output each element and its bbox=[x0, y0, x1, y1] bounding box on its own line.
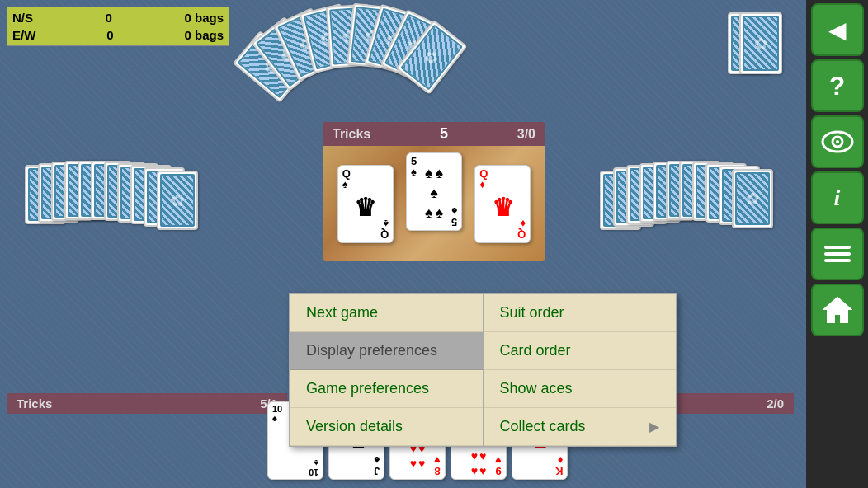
center-table: Tricks 5 3/0 Q♠ ♛ Q♠ 5♠ ♠ ♠ ♠ ♠ ♠ 5♠ Q♦ … bbox=[323, 122, 545, 261]
menu-columns: Next game Display preferences Game prefe… bbox=[290, 294, 676, 446]
center-card-5-indicator: 5 bbox=[440, 125, 448, 143]
menu-left-col: Next game Display preferences Game prefe… bbox=[290, 294, 483, 446]
menu-show-aces[interactable]: Show aces bbox=[484, 370, 677, 408]
center-tricks-label: Tricks bbox=[333, 127, 370, 142]
rank-bottom: J♠ bbox=[374, 455, 380, 476]
card-rank-top: 5♠ bbox=[411, 156, 417, 177]
rank-bottom: 8♥ bbox=[434, 455, 441, 476]
menu-game-preferences[interactable]: Game preferences bbox=[290, 370, 483, 408]
menu-suit-order[interactable]: Suit order bbox=[484, 294, 677, 332]
card-rank-bottom: Q♦ bbox=[517, 218, 526, 240]
back-button[interactable]: ◀ bbox=[811, 3, 864, 56]
north-cards: ✿ ✿ ✿ ✿ ✿ ✿ ✿ ✿ ✿ bbox=[272, 4, 437, 91]
rank-bottom: 10♠ bbox=[309, 458, 318, 476]
card-rank-bottom: 5♠ bbox=[451, 206, 457, 228]
east-top-cards: ✿ ✿ bbox=[728, 12, 794, 87]
ns-bags: 0 bags bbox=[184, 9, 224, 26]
submenu-arrow-icon: ▶ bbox=[649, 419, 659, 434]
context-menu: Next game Display preferences Game prefe… bbox=[289, 293, 677, 447]
menu-next-game[interactable]: Next game bbox=[290, 294, 483, 332]
menu-button[interactable] bbox=[811, 228, 864, 280]
svg-point-2 bbox=[836, 140, 839, 143]
info-button[interactable]: i bbox=[811, 171, 864, 224]
card-five-spades[interactable]: 5♠ ♠ ♠ ♠ ♠ ♠ 5♠ bbox=[406, 152, 462, 231]
menu-version-details[interactable]: Version details bbox=[290, 408, 483, 446]
rank-top: 10♠ bbox=[272, 405, 282, 423]
east-card-stack-2: ✿ bbox=[739, 12, 782, 74]
rank-bottom: K♦ bbox=[555, 455, 563, 476]
card-rank-top: Q♦ bbox=[479, 168, 488, 190]
ew-score-row: E/W 0 0 bags bbox=[12, 26, 224, 44]
wooden-table: Q♠ ♛ Q♠ 5♠ ♠ ♠ ♠ ♠ ♠ 5♠ Q♦ ♛ Q♦ bbox=[323, 146, 545, 261]
east-cards: ✿ ✿ ✿ ✿ ✿ ✿ ✿ ✿ ✿ ✿ ✿ bbox=[600, 161, 790, 231]
menu-collect-cards[interactable]: Collect cards ▶ bbox=[484, 408, 677, 446]
card-rank-bottom: Q♠ bbox=[380, 218, 389, 240]
card-queen-diamonds[interactable]: Q♦ ♛ Q♦ bbox=[474, 165, 531, 243]
card-queen-spades[interactable]: Q♠ ♛ Q♠ bbox=[337, 165, 394, 243]
svg-rect-3 bbox=[824, 246, 851, 249]
menu-card-order[interactable]: Card order bbox=[484, 332, 677, 370]
view-button[interactable] bbox=[811, 115, 864, 168]
rank-bottom: 9♥ bbox=[495, 455, 502, 476]
card-face: ♛ bbox=[354, 193, 376, 222]
ew-score: 0 bbox=[106, 26, 113, 44]
west-cards: ✿ ✿ ✿ ✿ ✿ ✿ ✿ ✿ ✿ ✿ ✿ bbox=[25, 161, 215, 231]
card-face: ♛ bbox=[492, 193, 514, 222]
svg-rect-5 bbox=[824, 259, 851, 262]
svg-marker-6 bbox=[824, 298, 851, 322]
center-tricks-value: 3/0 bbox=[517, 127, 535, 142]
help-button[interactable]: ? bbox=[811, 59, 864, 112]
menu-display-preferences[interactable]: Display preferences bbox=[290, 332, 483, 370]
card-rank-top: Q♠ bbox=[342, 168, 351, 190]
ns-score: 0 bbox=[106, 9, 112, 26]
west-card-11: ✿ bbox=[157, 171, 198, 230]
sidebar: ◀ ? i bbox=[806, 0, 868, 488]
card-pips: ♠ ♠ ♠ ♠ ♠ bbox=[418, 155, 450, 228]
menu-right-col: Suit order Card order Show aces Collect … bbox=[484, 294, 677, 446]
ew-label: E/W bbox=[12, 26, 35, 44]
ew-bags: 0 bags bbox=[184, 26, 224, 44]
svg-rect-4 bbox=[824, 252, 851, 256]
ns-label: N/S bbox=[12, 9, 33, 26]
ns-score-row: N/S 0 0 bags bbox=[12, 9, 224, 26]
center-tricks-bar: Tricks 5 3/0 bbox=[323, 122, 545, 146]
score-panel: N/S 0 0 bags E/W 0 0 bags bbox=[7, 7, 229, 46]
east-card-11: ✿ bbox=[732, 169, 773, 228]
home-button[interactable] bbox=[811, 284, 864, 336]
